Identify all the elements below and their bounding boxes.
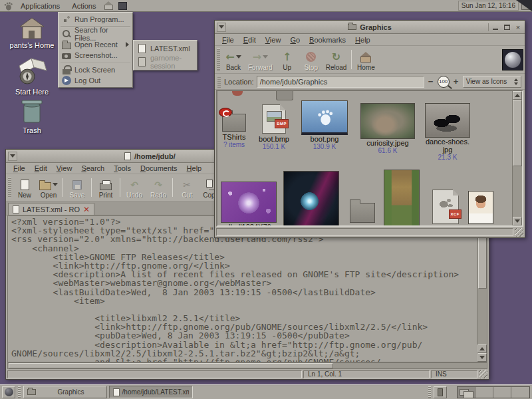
menu-search[interactable]: Search — [77, 164, 108, 173]
menu-documents[interactable]: Documents — [136, 164, 182, 173]
location-input[interactable]: /home/jdub/Graphics — [257, 76, 424, 88]
scroll-up-button[interactable] — [477, 344, 487, 353]
close-button[interactable]: × — [513, 23, 523, 32]
desktop-icon-label: Trash — [8, 126, 56, 134]
menu-bookmarks[interactable]: Bookmarks — [305, 35, 350, 45]
print-button[interactable]: Print — [94, 176, 117, 200]
show-desktop-button[interactable] — [434, 386, 447, 398]
horizontal-scrollbar[interactable] — [7, 362, 487, 369]
new-button[interactable]: New — [13, 176, 36, 200]
back-button[interactable]: ←Back — [222, 47, 245, 72]
panel-applet-button[interactable] — [2, 386, 15, 398]
file-icon-boot-png[interactable]: boot.png 130.9 K — [299, 100, 350, 151]
gedit-statusbar: Ln 1, Col. 1 INS — [6, 369, 489, 379]
up-button[interactable]: ↑Up — [276, 47, 299, 72]
scroll-up-button[interactable] — [513, 91, 522, 100]
menu-item-search-for-files[interactable]: Search for Files... — [60, 29, 131, 39]
menu-item-run-program[interactable]: Run Program... — [60, 14, 131, 25]
workspace-3[interactable] — [493, 387, 511, 398]
file-icon-dance-shoes[interactable]: dance-shoes. jpg 21.3 K — [422, 103, 473, 162]
panel-handle[interactable] — [18, 386, 21, 398]
location-label: Location: — [224, 78, 254, 86]
scrollbar-thumb[interactable] — [9, 363, 333, 368]
file-icon-emblems[interactable]: emblems — [346, 198, 378, 227]
taskbar-item-graphics[interactable]: Graphics — [23, 386, 107, 398]
menu-item-garnome-session[interactable]: garnome-session — [135, 55, 196, 68]
file-icon-fridge[interactable]: XCF fridge.xcf — [429, 190, 462, 227]
desktop-icon-start-here[interactable]: Start Here — [5, 56, 59, 96]
desktop-icon-trash[interactable]: Trash — [8, 98, 56, 134]
menu-edit[interactable]: Edit — [31, 164, 51, 173]
workspace-1[interactable] — [458, 387, 475, 398]
menu-go[interactable]: Go — [286, 35, 304, 45]
tab-close-icon[interactable]: ✕ — [83, 205, 90, 214]
clock-applet[interactable]: Sun Jan 12, 16:16 — [458, 1, 519, 11]
home-launcher-icon[interactable] — [103, 1, 114, 11]
forward-button[interactable]: →Forward — [246, 47, 275, 72]
file-view[interactable]: TShirts ? items BMP boot.bmp 150.1 K boo… — [216, 90, 523, 227]
terminal-launcher-icon[interactable] — [117, 1, 128, 11]
menu-item-latest-xml[interactable]: LATEST.xml — [135, 42, 196, 55]
home-button[interactable]: Home — [354, 47, 377, 72]
scrollbar-thumb[interactable] — [513, 100, 522, 166]
home-icon — [19, 17, 45, 40]
minimize-button[interactable] — [491, 23, 500, 32]
spinner-icon[interactable] — [514, 78, 518, 85]
toolbar-handle[interactable] — [217, 49, 220, 70]
zoom-out-button[interactable]: − — [427, 76, 435, 86]
menu-file[interactable]: File — [9, 164, 29, 173]
taskbar-item-gedit[interactable]: /home/jdub/LATEST.xml — [109, 386, 193, 398]
cut-button[interactable]: ✂Cut — [176, 176, 198, 200]
menu-view[interactable]: View — [261, 35, 285, 45]
actions-menu-title[interactable]: Actions — [67, 1, 100, 11]
maximize-button[interactable] — [502, 23, 511, 32]
vertical-scrollbar[interactable] — [512, 91, 522, 225]
desktop-icon — [438, 388, 443, 396]
menu-help[interactable]: Help — [183, 164, 206, 173]
toolbar-handle[interactable] — [8, 177, 11, 198]
save-button[interactable]: Save — [66, 176, 88, 200]
file-icon-eseller[interactable]: eseller.jpg — [382, 170, 421, 227]
file-icon-discoball3[interactable]: discoball3 — [283, 171, 340, 227]
workspace-2[interactable] — [475, 387, 493, 398]
open-button[interactable]: Open — [37, 176, 60, 200]
scroll-down-button[interactable] — [477, 353, 487, 362]
scroll-down-button[interactable] — [513, 217, 522, 225]
workspace-switcher[interactable] — [457, 386, 530, 398]
gnome-foot-icon[interactable] — [2, 1, 13, 11]
zoom-in-button[interactable]: + — [452, 76, 460, 86]
file-icon-george[interactable]: george.jpg — [466, 191, 495, 227]
menu-edit[interactable]: Edit — [239, 35, 260, 45]
file-icon-boot-bmp[interactable]: BMP boot.bmp 150.1 K — [256, 104, 292, 151]
window-menu-button[interactable] — [8, 152, 17, 161]
menu-item-lock-screen[interactable]: Lock Screen — [60, 65, 131, 75]
redo-button[interactable]: ↷Redo — [147, 176, 170, 200]
menu-tools[interactable]: Tools — [110, 164, 135, 173]
undo-button[interactable]: ↶Undo — [123, 176, 146, 200]
resize-grip[interactable] — [479, 370, 487, 378]
workspace-4[interactable] — [511, 387, 529, 398]
document-tab[interactable]: LATEST.xml - RO ✕ — [8, 203, 94, 215]
reload-button[interactable]: ↻Reload — [324, 47, 349, 72]
menu-item-screenshot[interactable]: Screenshot... — [60, 50, 131, 61]
resize-grip[interactable] — [515, 228, 523, 237]
toolbar-handle[interactable] — [217, 76, 221, 88]
file-icon-dball[interactable]: dball1024X76 — [220, 182, 277, 227]
desktop-icon-home[interactable]: pants's Home — [8, 17, 56, 49]
file-icon-curiosity[interactable]: curiosity.jpeg 61.6 K — [358, 103, 417, 155]
graphics-titlebar[interactable]: Graphics × — [215, 21, 525, 34]
actions-menu: Run Program... Search for Files... Open … — [58, 12, 133, 88]
save-icon — [72, 180, 82, 190]
menu-view[interactable]: View — [53, 164, 76, 173]
stop-button[interactable]: Stop — [300, 47, 323, 72]
panel-handle[interactable] — [428, 386, 431, 398]
view-mode-dropdown[interactable]: View as Icons — [463, 76, 521, 88]
screen-corner-artifact — [516, 0, 532, 11]
window-menu-button[interactable] — [217, 23, 226, 32]
applications-menu[interactable]: Applications — [16, 1, 65, 11]
file-icon-tshirts[interactable]: TShirts ? items — [219, 108, 249, 149]
menu-item-log-out[interactable]: Log Out — [60, 75, 131, 86]
menu-help[interactable]: Help — [351, 35, 374, 45]
menu-file[interactable]: File — [218, 35, 238, 45]
zoom-level-indicator[interactable]: 100 — [438, 76, 450, 88]
